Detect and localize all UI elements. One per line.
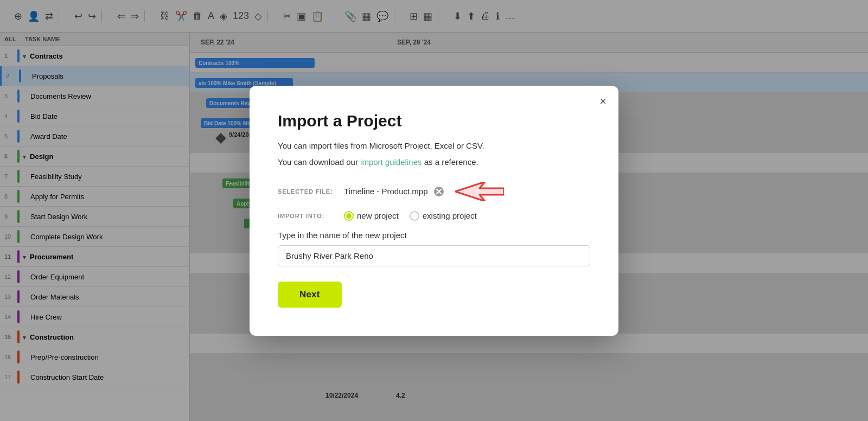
close-circle-icon bbox=[433, 186, 444, 197]
radio-new-project[interactable]: new project bbox=[344, 211, 399, 221]
arrow-annotation bbox=[455, 182, 504, 201]
radio-new-dot[interactable] bbox=[344, 211, 354, 221]
radio-existing-label: existing project bbox=[423, 211, 477, 220]
radio-existing-project[interactable]: existing project bbox=[410, 211, 477, 221]
radio-group: new project existing project bbox=[344, 211, 477, 221]
modal-desc-2-suffix: as a reference. bbox=[422, 157, 478, 167]
next-button[interactable]: Next bbox=[278, 282, 342, 308]
selected-file-name: Timeline - Product.mpp bbox=[344, 187, 428, 196]
svg-marker-4 bbox=[455, 182, 504, 201]
clear-file-button[interactable] bbox=[433, 186, 444, 197]
modal-desc-2-prefix: You can download our bbox=[278, 157, 360, 167]
selected-file-field: SELECTED FILE: Timeline - Product.mpp bbox=[278, 182, 590, 201]
import-modal: × Import a Project You can import files … bbox=[250, 86, 618, 336]
modal-title: Import a Project bbox=[278, 112, 590, 130]
import-into-label: IMPORT INTO: bbox=[278, 213, 337, 219]
modal-close-button[interactable]: × bbox=[599, 95, 607, 107]
selected-file-value-group: Timeline - Product.mpp bbox=[344, 182, 504, 201]
project-name-label: Type in the name of the new project bbox=[278, 231, 590, 240]
import-into-field: IMPORT INTO: new project existing projec… bbox=[278, 211, 590, 221]
import-guidelines-link[interactable]: import guidelines bbox=[360, 157, 422, 167]
modal-desc-1: You can import files from Microsoft Proj… bbox=[278, 140, 590, 152]
modal-desc-2: You can download our import guidelines a… bbox=[278, 156, 590, 169]
radio-new-label: new project bbox=[357, 211, 399, 220]
modal-overlay: × Import a Project You can import files … bbox=[0, 0, 868, 421]
radio-existing-dot[interactable] bbox=[410, 211, 419, 221]
project-name-input[interactable] bbox=[278, 245, 590, 266]
selected-file-label: SELECTED FILE: bbox=[278, 188, 337, 195]
